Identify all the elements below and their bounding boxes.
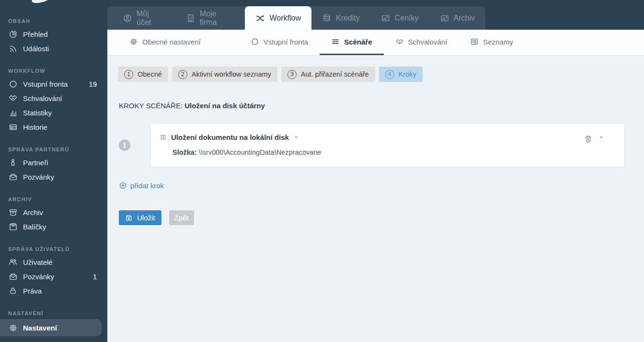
sidebar-item-balicky[interactable]: Balíčky [0, 219, 107, 234]
page-title: KROKY SCÉNÁŘE: Uložení na disk účtárny [119, 102, 625, 110]
folder-label: Složka: [172, 148, 197, 156]
step-label: Aut. přiřazení scénáře [301, 70, 369, 78]
section-title: NASTAVENÍ [0, 310, 107, 319]
section-title: OBSAH [0, 18, 107, 27]
wizard-step-2[interactable]: 2 Aktivní workflow seznamy [172, 67, 277, 82]
content-area: 1 Obecné 2 Aktivní workflow seznamy 3 Au… [107, 56, 644, 342]
step-label: Aktivní workflow seznamy [192, 70, 271, 78]
handshake-icon [8, 93, 18, 103]
sidebar-item-prava[interactable]: Práva [0, 284, 107, 298]
sidebar-item-archiv[interactable]: Archiv [0, 205, 107, 219]
section-title: SPRÁVA PARTNERŮ [0, 147, 107, 155]
subtab-seznamy[interactable]: Seznamy [459, 30, 525, 55]
lock-icon [8, 286, 18, 296]
subtab-schvalovani[interactable]: Schvalování [384, 30, 459, 55]
users-icon [8, 257, 18, 267]
step-number-badge: 1 [119, 139, 130, 151]
tab-label: Kredity [336, 14, 360, 23]
circle-icon [8, 79, 18, 89]
bar-chart-icon [8, 108, 18, 117]
back-button[interactable]: Zpět [169, 210, 194, 225]
archive-box-icon [8, 207, 18, 217]
step-number: 1 [124, 70, 133, 79]
save-button[interactable]: Uložit [119, 210, 161, 225]
save-button-label: Uložit [137, 214, 155, 222]
handshake-icon [395, 37, 404, 46]
sidebar-item-prehled[interactable]: Přehled [0, 27, 107, 41]
wizard-step-1[interactable]: 1 Obecné [118, 67, 168, 82]
step-title-row: Uložení dokumentu na lokální disk [160, 133, 584, 141]
sidebar-item-label: Nastavení [23, 324, 57, 332]
subtab-label: Seznamy [483, 38, 513, 46]
step-type-dropdown[interactable] [293, 135, 299, 140]
hamburger-icon [331, 37, 340, 46]
pie-chart-icon [8, 29, 18, 39]
sidebar-item-label: Práva [23, 287, 42, 295]
building-icon [186, 13, 196, 23]
plus-circle-icon [119, 182, 127, 190]
tab-muj-ucet[interactable]: Můj účet [112, 6, 175, 30]
back-button-label: Zpět [174, 214, 189, 222]
delete-step-button[interactable] [584, 135, 593, 144]
sidebar-section-archiv: ARCHIV Archiv Balíčky [0, 196, 107, 234]
action-buttons: Uložit Zpět [119, 210, 625, 225]
sidebar-item-pozvanky-uzivatelu[interactable]: Pozvánky 1 [0, 269, 107, 284]
add-step-link[interactable]: přidat krok [119, 182, 164, 190]
tab-label: Archiv [454, 14, 475, 23]
collapse-step-button[interactable] [598, 135, 604, 140]
workflow-subnav: Obecné nastavení Vstupní fronta Scénáře … [107, 30, 644, 56]
tab-kredity[interactable]: Kredity [311, 6, 370, 30]
step-title: Uložení dokumentu na lokální disk [171, 133, 289, 141]
subtab-vstupni-fronta[interactable]: Vstupní fronta [239, 30, 320, 55]
sidebar-item-statistiky[interactable]: Statistiky [0, 105, 107, 120]
subtab-scenare[interactable]: Scénáře [320, 30, 383, 55]
tab-moje-firma[interactable]: Moje firma [175, 6, 245, 30]
section-title: SPRÁVA UŽIVATELŮ [0, 246, 107, 255]
count-badge: 19 [89, 80, 97, 88]
sidebar-item-uzivatele[interactable]: Uživatelé [0, 255, 107, 269]
drag-handle-icon[interactable] [160, 134, 167, 141]
sidebar-item-historie[interactable]: Historie [0, 120, 107, 134]
step-label: Kroky [399, 70, 416, 78]
scenario-step-row: 1 Uložení dokumentu na lokální disk Slož… [118, 123, 625, 167]
shuffle-icon [255, 13, 265, 23]
table-icon [8, 122, 18, 132]
sidebar-item-nastaveni[interactable]: Nastavení [0, 319, 102, 336]
sidebar-item-partneri[interactable]: Partneři [0, 155, 107, 170]
tab-ceniky[interactable]: Ceníky [370, 6, 429, 30]
tab-label: Ceníky [395, 14, 419, 23]
circle-icon [251, 37, 259, 46]
step-card-body: Uložení dokumentu na lokální disk Složka… [160, 133, 584, 156]
subtab-obecne-nastaveni[interactable]: Obecné nastavení [118, 30, 212, 55]
wizard-step-4[interactable]: 4 Kroky [379, 67, 423, 82]
sidebar-item-label: Události [23, 45, 49, 53]
wizard-step-3[interactable]: 3 Aut. přiřazení scénáře [281, 67, 375, 82]
step-card-actions [584, 135, 616, 156]
rss-icon [8, 44, 18, 53]
sidebar: OBSAH Přehled Události WORKFLOW Vstupní … [0, 0, 107, 342]
sidebar-section-obsah: OBSAH Přehled Události [0, 18, 107, 56]
section-title: ARCHIV [0, 196, 107, 205]
sidebar-item-vstupni-fronta[interactable]: Vstupní fronta 19 [0, 77, 107, 91]
sidebar-section-sprava-partneru: SPRÁVA PARTNERŮ Partneři Pozvánky [0, 147, 107, 184]
scenario-step-card: Uložení dokumentu na lokální disk Složka… [150, 123, 625, 167]
sidebar-item-schvalovani[interactable]: Schvalování [0, 91, 107, 105]
sidebar-item-pozvanky-partneru[interactable]: Pozvánky [0, 170, 107, 184]
sidebar-item-label: Pozvánky [23, 273, 54, 281]
folder-value: \\srv000\AccountingData\Nezpracovane [199, 148, 322, 156]
person-icon [8, 158, 18, 167]
logo-partial [31, 0, 51, 5]
top-tabstrip: Můj účet Moje firma Workflow Kredity Cen… [107, 6, 485, 30]
add-step-label: přidat krok [130, 182, 164, 190]
main-area: Můj účet Moje firma Workflow Kredity Cen… [107, 0, 644, 342]
gear-icon [129, 37, 138, 46]
page-title-value: Uložení na disk účtárny [184, 102, 265, 110]
top-bar: Můj účet Moje firma Workflow Kredity Cen… [107, 0, 644, 30]
subtab-label: Vstupní fronta [264, 38, 308, 46]
tab-workflow[interactable]: Workflow [245, 6, 311, 30]
tab-archiv[interactable]: Archiv [429, 6, 485, 30]
sidebar-item-udalosti[interactable]: Události [0, 41, 107, 56]
sidebar-item-label: Přehled [23, 30, 48, 38]
tab-label: Moje firma [200, 10, 235, 27]
count-badge: 1 [93, 273, 97, 281]
